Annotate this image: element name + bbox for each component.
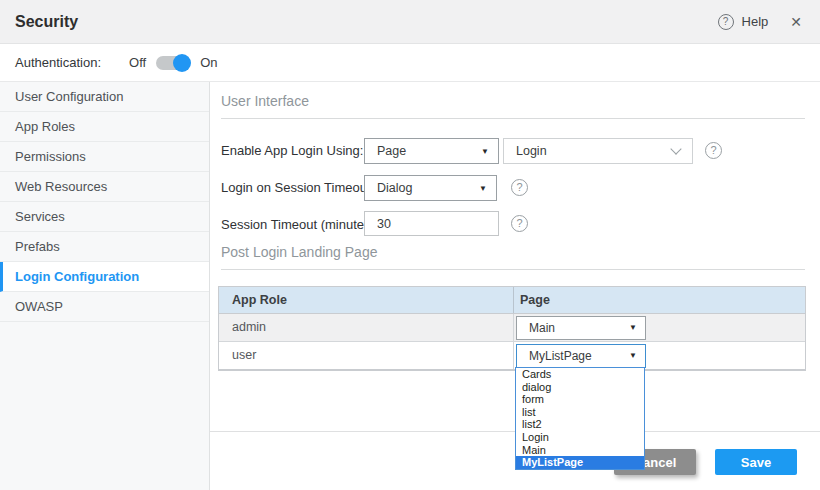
option-login[interactable]: Login	[516, 431, 644, 444]
option-list2[interactable]: list2	[516, 418, 644, 431]
toggle-on-label: On	[200, 55, 217, 70]
option-dialog[interactable]: dialog	[516, 381, 644, 394]
section-heading-post-login: Post Login Landing Page	[221, 244, 377, 260]
option-main[interactable]: Main	[516, 444, 644, 457]
security-dialog: Security ? Help ✕ Authentication: Off On…	[0, 0, 820, 490]
table-row-admin: admin Main ▼	[219, 314, 805, 342]
user-page-select[interactable]: MyListPage ▼	[516, 344, 646, 368]
chevron-down-icon	[670, 143, 681, 154]
page-cell: MyListPage ▼	[514, 342, 805, 369]
column-header-app-role: App Role	[219, 287, 514, 313]
user-page-value: MyListPage	[517, 349, 629, 363]
timeout-login-value: Dialog	[365, 181, 479, 195]
toggle-knob	[173, 54, 191, 72]
option-mylistpage[interactable]: MyListPage	[516, 456, 644, 469]
login-type-select[interactable]: Page ▼	[364, 138, 499, 164]
help-link[interactable]: Help	[742, 14, 769, 29]
timeout-login-select[interactable]: Dialog ▼	[364, 175, 497, 201]
session-timeout-input[interactable]	[364, 211, 499, 236]
help-circle-icon[interactable]: ?	[511, 215, 528, 232]
help-circle-icon[interactable]: ?	[511, 179, 528, 196]
admin-page-select[interactable]: Main ▼	[516, 316, 646, 340]
sidebar-item-app-roles[interactable]: App Roles	[0, 112, 209, 142]
login-type-value: Page	[365, 144, 481, 158]
table-header-row: App Role Page	[219, 287, 805, 314]
toggle-off-label: Off	[129, 55, 146, 70]
sidebar-item-login-configuration[interactable]: Login Configuration	[0, 262, 209, 292]
sidebar-item-prefabs[interactable]: Prefabs	[0, 232, 209, 262]
title-bar: Security ? Help ✕	[0, 0, 820, 44]
sidebar: User Configuration App Roles Permissions…	[0, 82, 210, 490]
role-cell: user	[219, 342, 514, 369]
table-row-user: user MyListPage ▼	[219, 342, 805, 370]
session-timeout-login-label: Login on Session Timeout:	[221, 180, 374, 195]
dialog-body: User Configuration App Roles Permissions…	[0, 81, 820, 490]
authentication-label: Authentication:	[15, 55, 101, 70]
option-form[interactable]: form	[516, 393, 644, 406]
divider	[221, 269, 805, 270]
enable-app-login-label: Enable App Login Using:	[221, 143, 363, 158]
caret-down-icon: ▼	[629, 323, 637, 332]
caret-down-icon: ▼	[479, 184, 487, 193]
sidebar-item-permissions[interactable]: Permissions	[0, 142, 209, 172]
caret-down-icon: ▼	[481, 147, 489, 156]
sidebar-item-owasp[interactable]: OWASP	[0, 292, 209, 322]
close-icon[interactable]: ✕	[790, 14, 802, 30]
login-page-value: Login	[504, 144, 672, 158]
save-button[interactable]: Save	[715, 449, 797, 475]
help-icon[interactable]: ?	[718, 14, 734, 30]
sidebar-item-user-configuration[interactable]: User Configuration	[0, 82, 209, 112]
admin-page-value: Main	[517, 321, 629, 335]
titlebar-actions: ? Help ✕	[718, 14, 802, 30]
option-cards[interactable]: Cards	[516, 368, 644, 381]
page-cell: Main ▼	[514, 314, 805, 341]
column-header-page: Page	[514, 287, 805, 313]
login-page-select[interactable]: Login	[503, 138, 693, 164]
session-timeout-label: Session Timeout (minutes):	[221, 217, 379, 232]
role-cell: admin	[219, 314, 514, 341]
divider	[221, 118, 805, 119]
page-select-dropdown: Cards dialog form list list2 Login Main …	[515, 367, 645, 470]
help-circle-icon[interactable]: ?	[705, 142, 722, 159]
authentication-toggle[interactable]	[156, 56, 188, 70]
authentication-bar: Authentication: Off On	[0, 44, 820, 81]
main-content: User Interface Enable App Login Using: P…	[210, 82, 820, 490]
page-title: Security	[15, 13, 78, 31]
section-heading-user-interface: User Interface	[221, 93, 309, 109]
sidebar-item-services[interactable]: Services	[0, 202, 209, 232]
landing-page-table: App Role Page admin Main ▼ user	[218, 286, 806, 371]
sidebar-item-web-resources[interactable]: Web Resources	[0, 172, 209, 202]
caret-down-icon: ▼	[629, 351, 637, 360]
option-list[interactable]: list	[516, 406, 644, 419]
